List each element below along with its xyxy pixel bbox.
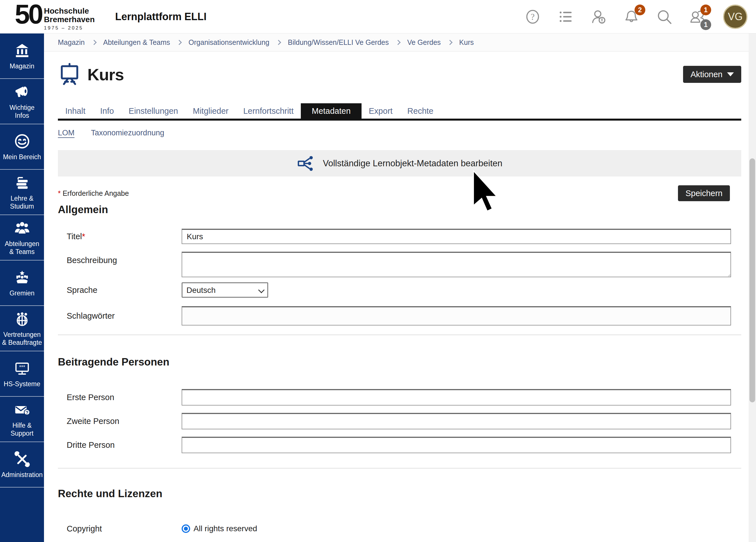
sidebar-item-vertretungen-beauftragte[interactable]: Vertretungen & Beauftragte <box>0 306 44 351</box>
tab-lernfortschritt[interactable]: Lernfortschritt <box>236 103 301 119</box>
copyright-row: Copyright All rights reserved <box>58 520 741 537</box>
chevron-right-icon <box>447 40 452 45</box>
copyright-label: Copyright <box>67 524 182 533</box>
contacts-button[interactable]: 1 1 <box>688 8 706 26</box>
breadcrumb-item[interactable]: Magazin <box>58 38 85 47</box>
main-menu-button[interactable] <box>557 8 574 26</box>
svg-text:***: *** <box>19 364 25 370</box>
beschreibung-textarea[interactable] <box>182 252 731 277</box>
search-icon <box>656 8 673 25</box>
subtab-lom[interactable]: LOM <box>58 129 75 137</box>
tab-info[interactable]: Info <box>93 103 121 119</box>
share-nodes-icon <box>297 154 316 173</box>
dritte-person-input[interactable] <box>182 437 731 453</box>
sidebar-item-gremien[interactable]: Gremien <box>0 261 44 306</box>
user-alert-icon <box>590 8 607 25</box>
breadcrumb-item[interactable]: Organisationsentwicklung <box>188 38 269 47</box>
sidebar-item-lehre-studium[interactable]: Abteilungen & Teams Lehre & Studium <box>0 170 44 215</box>
group-icon <box>13 219 31 237</box>
sidebar-item-label: HS-Systeme <box>4 380 40 388</box>
breadcrumb-item[interactable]: Ve Gerdes <box>407 38 441 47</box>
breadcrumb-item[interactable]: Abteilungen & Teams <box>103 38 170 47</box>
sidebar-item-magazin[interactable]: Magazin <box>0 33 44 79</box>
erste-person-input[interactable] <box>182 389 731 406</box>
tab-einstellungen[interactable]: Einstellungen <box>121 103 185 119</box>
notifications-button[interactable]: 2 <box>623 8 640 26</box>
scrollbar-track[interactable] <box>749 33 756 542</box>
header-icon-bar: ? 2 1 1 VG <box>524 5 747 29</box>
zweite-person-row: Zweite Person <box>58 413 741 429</box>
sidebar-item-hilfe-support[interactable]: ? Hilfe & Support <box>0 397 44 442</box>
sprache-label: Sprache <box>67 285 182 295</box>
dritte-person-label: Dritte Person <box>67 440 182 450</box>
banner-label: Vollständige Lernobjekt-Metadaten bearbe… <box>323 158 503 169</box>
chevron-right-icon <box>276 40 281 45</box>
scrollbar-thumb[interactable] <box>749 158 755 402</box>
edit-full-metadata-banner[interactable]: Vollständige Lernobjekt-Metadaten bearbe… <box>58 150 741 177</box>
subtab-taxonomiezuordnung[interactable]: Taxonomiezuordnung <box>91 129 164 137</box>
erste-person-label: Erste Person <box>67 393 182 402</box>
sprache-row: Sprache Deutsch <box>58 282 741 298</box>
tab-bar: Inhalt Info Einstellungen Mitglieder Ler… <box>58 103 741 121</box>
tools-icon <box>13 450 31 468</box>
speichern-button[interactable]: Speichern <box>678 185 730 201</box>
schlagwoerter-label: Schlagwörter <box>67 311 182 321</box>
sidebar-item-label: Wichtige Infos <box>2 104 42 119</box>
course-board-icon <box>58 62 81 87</box>
sidebar-item-label: Mein Bereich <box>3 153 41 161</box>
sidebar-item-label: Lehre & Studium <box>2 194 42 210</box>
breadcrumb: Magazin Abteilungen & Teams Organisation… <box>44 33 749 52</box>
tab-rechte[interactable]: Rechte <box>400 103 441 119</box>
title-bar: Kurs Aktionen <box>58 62 741 86</box>
sidebar-item-hs-systeme[interactable]: *** HS-Systeme <box>0 351 44 397</box>
tab-metadaten[interactable]: Metadaten <box>301 103 361 119</box>
user-avatar[interactable]: VG <box>723 5 747 29</box>
copyright-option[interactable]: All rights reserved <box>182 524 257 533</box>
schlagwoerter-input[interactable] <box>182 306 731 325</box>
top-header: 50 Hochschule Bremerhaven 1975 – 2025 Le… <box>0 0 756 33</box>
user-status-button[interactable] <box>590 8 607 26</box>
beschreibung-row: Beschreibung <box>58 252 741 277</box>
monitor-icon: *** <box>13 360 31 377</box>
sidebar-item-administration[interactable]: Administration <box>0 442 44 488</box>
sprache-select[interactable]: Deutsch <box>182 282 268 298</box>
titel-input[interactable] <box>182 229 731 244</box>
search-button[interactable] <box>656 8 673 26</box>
logo-line1: Hochschule <box>44 7 89 15</box>
books-icon <box>13 174 31 192</box>
tab-export[interactable]: Export <box>362 103 400 119</box>
section-beitragende-heading: Beitragende Personen <box>58 356 741 368</box>
breadcrumb-item[interactable]: Bildung/Wissen/ELLI Ve Gerdes <box>288 38 389 47</box>
schlagwoerter-row: Schlagwörter <box>58 306 741 325</box>
list-icon <box>557 8 574 25</box>
notifications-badge: 2 <box>635 5 645 15</box>
tab-inhalt[interactable]: Inhalt <box>58 103 93 119</box>
titel-row: Titel* <box>58 229 741 244</box>
sidebar-item-label: Vertretungen & Beauftragte <box>2 331 42 346</box>
copyright-option-label: All rights reserved <box>194 524 257 533</box>
sidebar-item-mein-bereich[interactable]: Mein Bereich <box>0 124 44 170</box>
contacts-other-badge: 1 <box>700 19 711 30</box>
sidebar-item-label: Magazin <box>10 62 34 70</box>
sidebar-item-abteilungen-teams[interactable]: Abteilungen & Teams <box>0 215 44 261</box>
chevron-right-icon <box>395 40 400 45</box>
titel-label: Titel* <box>67 232 182 241</box>
help-button[interactable]: ? <box>524 8 541 26</box>
form-actions-row: * Erforderliche Angabe Speichern <box>58 185 730 201</box>
aktionen-button[interactable]: Aktionen <box>683 66 741 83</box>
main-sidebar: Magazin Wichtige Infos Mein Bereich Abte… <box>0 33 44 542</box>
breadcrumb-item[interactable]: Kurs <box>459 38 474 47</box>
help-icon: ? <box>524 8 541 25</box>
smiley-icon <box>13 133 31 150</box>
app-window: 50 Hochschule Bremerhaven 1975 – 2025 Le… <box>0 0 756 542</box>
section-divider <box>58 335 741 335</box>
page-content: Kurs Aktionen Inhalt Info Einstellungen … <box>44 62 749 537</box>
zweite-person-label: Zweite Person <box>67 417 182 426</box>
copyright-radio[interactable] <box>182 524 190 533</box>
tab-mitglieder[interactable]: Mitglieder <box>185 103 236 119</box>
zweite-person-input[interactable] <box>182 413 731 429</box>
sidebar-item-wichtige-infos[interactable]: Wichtige Infos <box>0 79 44 124</box>
erste-person-row: Erste Person <box>58 389 741 406</box>
hochschule-bremerhaven-logo[interactable]: 50 Hochschule Bremerhaven 1975 – 2025 <box>15 2 95 31</box>
section-rechte-heading: Rechte und Lizenzen <box>58 488 741 500</box>
